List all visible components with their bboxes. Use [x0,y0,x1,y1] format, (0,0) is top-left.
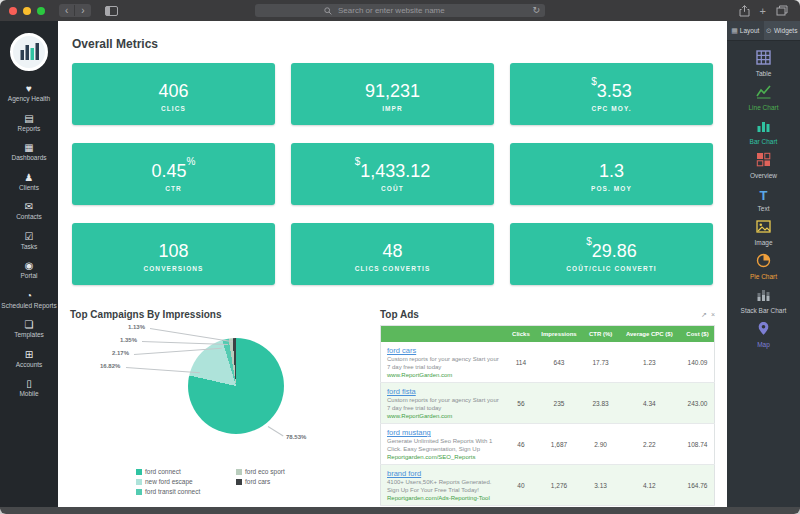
tab-overview-icon[interactable] [776,5,788,16]
sidebar-item-accounts[interactable]: ⊞ Accounts [0,344,58,374]
cell-clicks: 56 [507,383,534,424]
pie-slice-label: 78.53% [286,434,306,440]
legend-item: new ford escape [136,478,236,485]
stack-bar-chart-icon [756,287,771,302]
cell-cost: 164.76 [681,465,715,506]
cell-cost: 140.09 [681,342,715,383]
forward-button[interactable]: › [74,5,90,16]
top-ads-table: Clicks Impressions CTR (%) Average CPC (… [380,325,715,506]
search-icon [324,7,332,15]
top-campaigns-panel: Top Campaigns By Impressions 1.13% 1.35%… [70,309,365,506]
top-ads-title: Top Ads [380,309,419,320]
metric-label: CTR [165,185,182,192]
legend-swatch [236,469,242,475]
metric-value: $1,433.12 [355,157,431,181]
widget-image[interactable]: Image [727,219,800,247]
eye-icon: ⊙ [766,27,772,35]
legend-swatch [136,479,142,485]
pie-slice-label: 1.13% [128,324,145,330]
ad-display-url: www.ReportGarden.com [387,413,501,419]
metric-card-conversions[interactable]: 108 CONVERSIONS [72,223,275,285]
tab-widgets[interactable]: ⊙ Widgets [764,21,800,40]
widget-stack-bar-chart[interactable]: Stack Bar Chart [727,287,800,315]
metric-value: 406 [158,77,188,101]
mobile-icon: ▯ [1,378,57,389]
sidebar-toggle-icon[interactable] [105,6,118,16]
contacts-icon: ✉ [1,201,57,212]
sidebar-item-mobile[interactable]: ▯ Mobile [0,373,58,403]
cell-ctr: 17.73 [584,342,618,383]
expand-icon[interactable]: ↗ [701,311,707,319]
metric-card-avg-position[interactable]: 1.3 POS. MOY [510,143,713,205]
metric-value: $3.53 [591,77,632,101]
ad-title-link[interactable]: ford mustang [387,428,431,437]
tab-layout[interactable]: ▦ Layout [727,21,764,40]
line-chart-icon [756,84,771,99]
pie-chart[interactable] [188,338,284,434]
pie-slice-label: 16.82% [100,363,120,369]
metric-card-converted-clicks[interactable]: 48 CLICS CONVERTIS [291,223,494,285]
sidebar-item-reports[interactable]: ▤ Reports [0,108,58,138]
minimize-window-button[interactable] [23,7,31,15]
widget-map[interactable]: Map [727,321,800,349]
sidebar-item-contacts[interactable]: ✉ Contacts [0,196,58,226]
metric-label: CLICS [161,105,186,112]
metrics-grid: 406 CLICS 91,231 IMPR $3.53 CPC MOY. 0.4… [70,63,715,285]
new-tab-icon[interactable]: + [760,6,766,16]
widget-bar-chart[interactable]: Bar Chart [727,118,800,146]
metric-card-avg-cpc[interactable]: $3.53 CPC MOY. [510,63,713,125]
table-header-row: Clicks Impressions CTR (%) Average CPC (… [381,326,715,343]
address-bar[interactable]: ↻ [255,4,545,17]
column-header: CTR (%) [584,326,618,343]
page-title: Overall Metrics [72,37,713,51]
address-input[interactable] [336,5,476,16]
widget-table[interactable]: Table [727,50,800,78]
metric-card-impressions[interactable]: 91,231 IMPR [291,63,494,125]
metric-card-ctr[interactable]: 0.45% CTR [72,143,275,205]
legend-item: ford eco sport [236,468,336,475]
column-header: Average CPC ($) [618,326,681,343]
ad-title-link[interactable]: brand ford [387,469,421,478]
widget-text[interactable]: T Text [727,186,800,213]
cell-impressions: 1,276 [534,465,583,506]
metric-card-cost-per-converted-click[interactable]: $29.86 COÛT/CLIC CONVERTI [510,223,713,285]
widget-overview[interactable]: Overview [727,152,800,180]
back-button[interactable]: ‹ [59,5,74,16]
metric-value: 1.3 [599,157,624,181]
table-row: ford cars Custom reports for your agency… [381,342,715,383]
metric-label: IMPR [382,105,403,112]
image-icon [756,219,771,234]
column-header: Cost ($) [681,326,715,343]
close-window-button[interactable] [9,7,17,15]
metric-card-clicks[interactable]: 406 CLICS [72,63,275,125]
sidebar-item-clients[interactable]: ♟ Clients [0,167,58,197]
column-header: Impressions [534,326,583,343]
sidebar-item-portal[interactable]: ◉ Portal [0,255,58,285]
portal-icon: ◉ [1,260,57,271]
clock-icon: ◔ [1,290,57,301]
widget-line-chart[interactable]: Line Chart [727,84,800,112]
top-ads-panel: Top Ads ↗ × Clicks Impressions CTR (%) A… [380,309,715,506]
metric-card-cost[interactable]: $1,433.12 COÛT [291,143,494,205]
sidebar-item-templates[interactable]: ❏ Templates [0,314,58,344]
window-bottom-edge [0,507,800,514]
refresh-icon[interactable]: ↻ [532,5,540,15]
sidebar-item-tasks[interactable]: ☑ Tasks [0,226,58,256]
ad-title-link[interactable]: ford cars [387,346,416,355]
widget-pie-chart[interactable]: Pie Chart [727,253,800,281]
metric-label: CPC MOY. [591,105,631,112]
pie-chart-area: 1.13% 1.35% 2.17% 16.82% 78.53% [70,322,365,462]
zoom-window-button[interactable] [37,7,45,15]
sidebar-item-dashboards[interactable]: ▦ Dashboards [0,137,58,167]
share-icon[interactable] [739,5,750,17]
legend-item: ford connect [136,468,236,475]
sidebar-item-scheduled-reports[interactable]: ◔ Scheduled Reports [0,285,58,315]
report-icon: ▤ [1,113,57,124]
cell-cost: 108.74 [681,424,715,465]
app-logo[interactable] [9,32,49,72]
sidebar-item-agency-health[interactable]: ♥ Agency Health [0,78,58,108]
dashboard-icon: ▦ [1,142,57,153]
close-icon[interactable]: × [711,311,715,319]
cell-cost: 243.00 [681,383,715,424]
ad-title-link[interactable]: ford fista [387,387,416,396]
